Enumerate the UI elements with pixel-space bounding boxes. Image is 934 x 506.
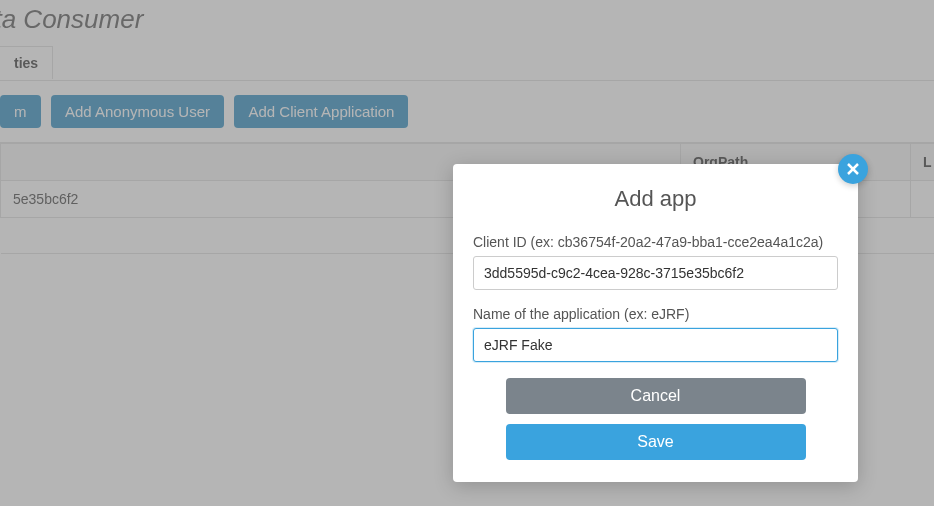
client-id-label: Client ID (ex: cb36754f-20a2-47a9-bba1-c…	[473, 234, 838, 250]
app-name-label: Name of the application (ex: eJRF)	[473, 306, 838, 322]
app-name-input[interactable]	[473, 328, 838, 362]
client-id-input[interactable]	[473, 256, 838, 290]
save-button[interactable]: Save	[506, 424, 806, 460]
modal-title: Add app	[473, 186, 838, 212]
modal-close-button[interactable]	[838, 154, 868, 184]
close-icon	[846, 162, 860, 176]
cancel-button[interactable]: Cancel	[506, 378, 806, 414]
add-app-modal: Add app Client ID (ex: cb36754f-20a2-47a…	[453, 164, 858, 482]
